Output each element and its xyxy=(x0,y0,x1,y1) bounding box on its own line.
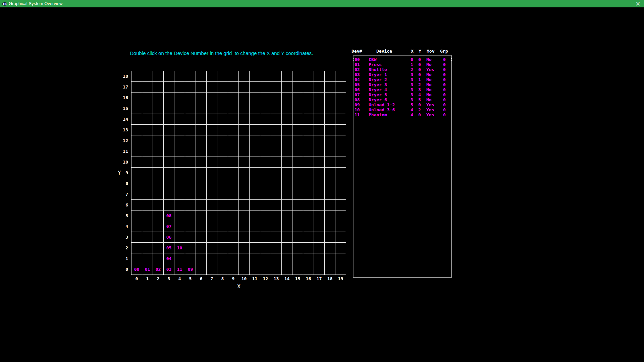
cell-mov: No xyxy=(426,72,443,77)
cell-mov: Yes xyxy=(426,102,443,107)
cell-name: CBW xyxy=(369,57,411,62)
x-tick-0: 0 xyxy=(131,276,142,281)
device-row-05[interactable]: 05Dryer 332No0 xyxy=(354,82,451,87)
y-tick-8: 8 xyxy=(114,178,128,189)
device-marker-06[interactable]: 06 xyxy=(163,232,174,243)
device-marker-00[interactable]: 00 xyxy=(131,264,142,275)
device-marker-04[interactable]: 04 xyxy=(163,253,174,264)
cell-dev: 05 xyxy=(355,82,369,87)
y-tick-13: 13 xyxy=(114,124,128,135)
device-marker-11[interactable]: 11 xyxy=(174,264,185,275)
cell-y: 1 xyxy=(418,77,426,82)
cell-dev: 11 xyxy=(355,112,369,117)
device-marker-05[interactable]: 05 xyxy=(163,242,174,253)
y-tick-7: 7 xyxy=(114,189,128,199)
cell-name: Dryer 5 xyxy=(369,92,411,97)
device-marker-08[interactable]: 08 xyxy=(163,210,174,221)
cell-x: 0 xyxy=(411,57,418,62)
cell-dev: 00 xyxy=(355,57,369,62)
cell-mov: No xyxy=(426,62,443,67)
x-tick-3: 3 xyxy=(163,276,174,281)
device-marker-07[interactable]: 07 xyxy=(163,221,174,232)
y-tick-3: 3 xyxy=(114,232,128,242)
device-marker-02[interactable]: 02 xyxy=(153,264,164,275)
device-listbox[interactable]: 00CBW00No001Press10No002Shuttle20Yes003D… xyxy=(353,55,452,278)
cell-y: 2 xyxy=(418,82,426,87)
cell-name: Dryer 3 xyxy=(369,82,411,87)
device-row-07[interactable]: 07Dryer 534No0 xyxy=(354,92,451,97)
header-x: X xyxy=(411,49,419,54)
cell-name: Unload 1-2 xyxy=(369,102,411,107)
device-row-04[interactable]: 04Dryer 231No0 xyxy=(354,77,451,82)
cell-dev: 07 xyxy=(355,92,369,97)
cell-mov: No xyxy=(426,87,443,92)
cell-grp: 0 xyxy=(443,107,450,112)
cell-dev: 01 xyxy=(355,62,369,67)
y-tick-4: 4 xyxy=(114,221,128,232)
device-row-00[interactable]: 00CBW00No0 xyxy=(354,57,451,62)
cell-grp: 0 xyxy=(443,77,450,82)
device-marker-03[interactable]: 03 xyxy=(163,264,174,275)
y-tick-17: 17 xyxy=(114,81,128,92)
device-marker-09[interactable]: 09 xyxy=(185,264,196,275)
cell-grp: 0 xyxy=(443,87,450,92)
device-row-11[interactable]: 11Phantom40Yes0 xyxy=(354,112,451,117)
y-tick-15: 15 xyxy=(114,103,128,114)
device-marker-10[interactable]: 10 xyxy=(174,242,185,253)
cell-x: 5 xyxy=(411,102,418,107)
device-row-06[interactable]: 06Dryer 433No0 xyxy=(354,87,451,92)
window-titlebar: Graphical System Overview × xyxy=(0,0,644,7)
y-tick-5: 5 xyxy=(114,210,128,221)
cell-grp: 0 xyxy=(443,112,450,117)
cell-x: 3 xyxy=(411,87,418,92)
y-tick-6: 6 xyxy=(114,199,128,210)
cell-mov: Yes xyxy=(426,112,443,117)
x-tick-17: 17 xyxy=(314,276,325,281)
header-mov: Mov xyxy=(427,49,440,54)
cell-y: 0 xyxy=(418,67,426,72)
close-icon[interactable]: × xyxy=(635,0,641,7)
x-tick-11: 11 xyxy=(249,276,260,281)
cell-grp: 0 xyxy=(443,92,450,97)
cell-mov: Yes xyxy=(426,67,443,72)
x-axis-title: X xyxy=(233,283,244,290)
cell-name: Phantom xyxy=(369,112,411,117)
cell-dev: 10 xyxy=(355,107,369,112)
cell-y: 0 xyxy=(418,62,426,67)
x-tick-4: 4 xyxy=(174,276,185,281)
device-row-02[interactable]: 02Shuttle20Yes0 xyxy=(354,67,451,72)
device-row-03[interactable]: 03Dryer 130No0 xyxy=(354,72,451,77)
device-row-10[interactable]: 10Unload 3-642Yes0 xyxy=(354,107,451,112)
cell-mov: No xyxy=(426,97,443,102)
x-tick-1: 1 xyxy=(142,276,153,281)
cell-grp: 0 xyxy=(443,72,450,77)
cell-mov: No xyxy=(426,82,443,87)
y-axis-title: Y xyxy=(118,168,124,178)
cell-grp: 0 xyxy=(443,102,450,107)
y-tick-0: 0 xyxy=(114,264,128,275)
cell-dev: 09 xyxy=(355,102,369,107)
instruction-text: Double click on the Device Number in the… xyxy=(130,50,313,56)
cell-dev: 03 xyxy=(355,72,369,77)
cell-x: 4 xyxy=(411,107,418,112)
cell-x: 3 xyxy=(411,82,418,87)
cell-grp: 0 xyxy=(443,57,450,62)
device-marker-01[interactable]: 01 xyxy=(142,264,153,275)
device-row-09[interactable]: 09Unload 1-250Yes0 xyxy=(354,102,451,107)
cell-grp: 0 xyxy=(443,67,450,72)
cell-y: 0 xyxy=(418,57,426,62)
x-tick-6: 6 xyxy=(196,276,207,281)
cell-x: 1 xyxy=(411,62,418,67)
x-tick-10: 10 xyxy=(238,276,250,281)
x-tick-13: 13 xyxy=(271,276,282,281)
cell-mov: No xyxy=(426,77,443,82)
y-tick-1: 1 xyxy=(114,253,128,264)
app-eye-icon xyxy=(2,1,7,6)
cell-y: 2 xyxy=(418,107,426,112)
device-row-08[interactable]: 08Dryer 635No0 xyxy=(354,97,451,102)
y-tick-16: 16 xyxy=(114,92,128,103)
device-row-01[interactable]: 01Press10No0 xyxy=(354,62,451,67)
cell-name: Shuttle xyxy=(369,67,411,72)
cell-mov: No xyxy=(426,57,443,62)
y-tick-11: 11 xyxy=(114,146,128,157)
